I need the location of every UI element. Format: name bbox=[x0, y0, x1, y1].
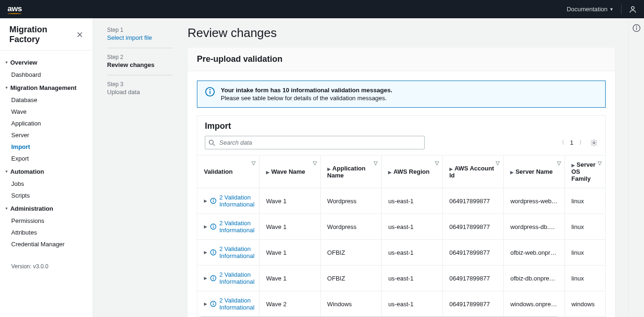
search-icon bbox=[209, 140, 215, 146]
nav-item-database[interactable]: Database bbox=[0, 94, 93, 106]
table-row: ▶2 Validation InformationalWave 1Wordpre… bbox=[197, 214, 605, 240]
cell-app: Wordpress bbox=[320, 214, 382, 240]
page-prev[interactable]: 〈 bbox=[559, 139, 564, 147]
cell-region: us-east-1 bbox=[382, 265, 443, 291]
nav-item-credential-manager[interactable]: Credential Manager bbox=[0, 238, 93, 250]
step-label: Step 3 bbox=[107, 81, 173, 88]
nav-section-title[interactable]: Migration Management bbox=[0, 81, 93, 94]
cell-wave: Wave 1 bbox=[260, 265, 321, 291]
cell-app: Wordpress bbox=[320, 188, 382, 214]
search-input[interactable] bbox=[205, 136, 425, 149]
svg-point-0 bbox=[631, 7, 634, 9]
filter-icon[interactable]: ▽ bbox=[557, 160, 561, 166]
svg-point-12 bbox=[213, 225, 214, 226]
sidebar-title: Migration Factory bbox=[9, 25, 76, 44]
cell-server: ofbiz-web.onpremsi... bbox=[504, 240, 565, 265]
validation-link[interactable]: 2 Validation Informational bbox=[219, 220, 254, 234]
cell-account: 064917899877 bbox=[442, 240, 504, 265]
nav-item-server[interactable]: Server bbox=[0, 129, 93, 141]
right-gutter bbox=[628, 18, 644, 317]
cell-server: wordpress-web.onp... bbox=[504, 188, 565, 214]
gear-icon[interactable] bbox=[590, 139, 598, 147]
documentation-link[interactable]: Documentation bbox=[567, 6, 614, 13]
nav-item-application[interactable]: Application bbox=[0, 118, 93, 129]
cell-app: Windows bbox=[320, 291, 382, 317]
info-text: Please see table below for details of th… bbox=[221, 95, 392, 102]
column-header[interactable]: ▶AWS Account Id▽ bbox=[442, 155, 504, 188]
column-header[interactable]: ▶Application Name▽ bbox=[320, 155, 382, 188]
page-next[interactable]: 〉 bbox=[579, 139, 585, 147]
cell-os: linux bbox=[564, 214, 605, 240]
nav-item-export[interactable]: Export bbox=[0, 153, 93, 164]
wizard-steps: Step 1Select import fileStep 2Review cha… bbox=[93, 18, 187, 317]
page-number: 1 bbox=[570, 139, 573, 146]
column-header[interactable]: ▶Server OS Family▽ bbox=[564, 155, 605, 188]
page-title: Review changes bbox=[188, 26, 615, 40]
svg-point-9 bbox=[213, 199, 214, 200]
nav-item-permissions[interactable]: Permissions bbox=[0, 215, 93, 227]
step-label: Step 1 bbox=[107, 27, 173, 33]
column-header[interactable]: ▶Wave Name▽ bbox=[260, 155, 321, 188]
table-row: ▶2 Validation InformationalWave 1Wordpre… bbox=[197, 188, 605, 214]
table-row: ▶2 Validation InformationalWave 1OFBIZus… bbox=[197, 265, 605, 291]
nav-item-import[interactable]: Import bbox=[0, 141, 93, 153]
validation-link[interactable]: 2 Validation Informational bbox=[219, 194, 254, 208]
expand-row-icon[interactable]: ▶ bbox=[204, 276, 207, 280]
cell-app: OFBIZ bbox=[320, 240, 382, 265]
cell-wave: Wave 2 bbox=[260, 291, 321, 317]
cell-account: 064917899877 bbox=[442, 188, 504, 214]
info-icon bbox=[210, 223, 217, 230]
validation-panel: Pre-upload validation Your intake form h… bbox=[188, 48, 615, 317]
cell-os: windows bbox=[564, 291, 605, 317]
expand-row-icon[interactable]: ▶ bbox=[204, 250, 207, 255]
header-divider bbox=[621, 5, 622, 14]
sidebar: Migration Factory OverviewDashboardMigra… bbox=[0, 18, 93, 317]
svg-point-21 bbox=[213, 302, 214, 303]
filter-icon[interactable]: ▽ bbox=[496, 160, 499, 166]
nav-item-jobs[interactable]: Jobs bbox=[0, 178, 93, 190]
filter-icon[interactable]: ▽ bbox=[252, 160, 255, 166]
column-header[interactable]: Validation▽ bbox=[197, 155, 260, 188]
step-label: Step 2 bbox=[107, 54, 173, 60]
help-icon[interactable] bbox=[632, 24, 641, 32]
info-icon bbox=[210, 198, 217, 204]
column-header[interactable]: ▶AWS Region▽ bbox=[382, 155, 443, 188]
expand-row-icon[interactable]: ▶ bbox=[204, 302, 207, 306]
filter-icon[interactable]: ▽ bbox=[313, 160, 317, 166]
cell-wave: Wave 1 bbox=[260, 214, 321, 240]
nav-section-title[interactable]: Automation bbox=[0, 165, 93, 178]
pager: 〈 1 〉 bbox=[559, 139, 598, 147]
cell-os: linux bbox=[564, 240, 605, 265]
expand-row-icon[interactable]: ▶ bbox=[204, 224, 207, 229]
column-header[interactable]: ▶Server Name▽ bbox=[504, 155, 565, 188]
search-box bbox=[205, 136, 425, 149]
version-label: Version: v3.0.0 bbox=[0, 257, 93, 276]
expand-row-icon[interactable]: ▶ bbox=[204, 199, 207, 203]
cell-server: wordpress-db.onpr... bbox=[504, 214, 565, 240]
nav-item-dashboard[interactable]: Dashboard bbox=[0, 69, 93, 81]
filter-icon[interactable]: ▽ bbox=[374, 160, 377, 166]
nav-section-title[interactable]: Overview bbox=[0, 56, 93, 69]
info-title: Your intake form has 10 informational va… bbox=[221, 87, 392, 94]
cell-account: 064917899877 bbox=[442, 291, 504, 317]
filter-icon[interactable]: ▽ bbox=[435, 160, 439, 166]
step-title: Upload data bbox=[107, 88, 173, 96]
svg-point-6 bbox=[593, 141, 595, 143]
nav-section-title[interactable]: Administration bbox=[0, 202, 93, 215]
import-title: Import bbox=[205, 121, 598, 131]
validation-link[interactable]: 2 Validation Informational bbox=[219, 271, 254, 285]
nav-item-wave[interactable]: Wave bbox=[0, 106, 93, 118]
step-title[interactable]: Select import file bbox=[107, 34, 173, 41]
filter-icon[interactable]: ▽ bbox=[598, 160, 601, 166]
info-box: Your intake form has 10 informational va… bbox=[197, 81, 606, 108]
close-icon[interactable] bbox=[76, 31, 83, 38]
validation-link[interactable]: 2 Validation Informational bbox=[219, 297, 254, 311]
info-icon bbox=[210, 249, 217, 256]
cell-os: linux bbox=[564, 265, 605, 291]
nav-item-attributes[interactable]: Attributes bbox=[0, 227, 93, 238]
nav-item-scripts[interactable]: Scripts bbox=[0, 190, 93, 201]
step-title: Review changes bbox=[107, 61, 173, 68]
svg-point-18 bbox=[213, 277, 214, 277]
validation-link[interactable]: 2 Validation Informational bbox=[219, 245, 254, 259]
user-icon[interactable] bbox=[629, 6, 637, 13]
